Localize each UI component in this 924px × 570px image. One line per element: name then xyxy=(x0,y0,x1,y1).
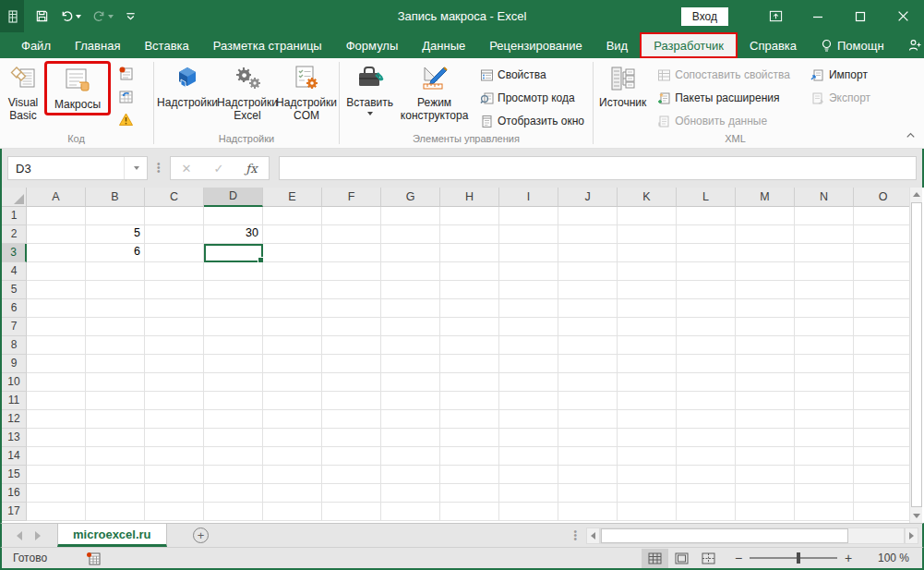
cell-A2[interactable] xyxy=(27,225,86,244)
vertical-scrollbar-thumb[interactable] xyxy=(911,202,922,507)
cell-A11[interactable] xyxy=(27,392,86,410)
cell-D13[interactable] xyxy=(204,429,263,447)
cell-J1[interactable] xyxy=(558,207,618,225)
column-header-K[interactable]: K xyxy=(618,188,677,207)
cell-E6[interactable] xyxy=(263,299,322,318)
row-header-10[interactable]: 10 xyxy=(2,373,27,392)
cell-A6[interactable] xyxy=(27,299,86,318)
cell-F14[interactable] xyxy=(322,447,381,466)
row-header-15[interactable]: 15 xyxy=(2,466,27,484)
cell-F10[interactable] xyxy=(322,373,381,392)
cell-N6[interactable] xyxy=(795,299,854,318)
cell-G9[interactable] xyxy=(381,355,440,373)
cell-K6[interactable] xyxy=(618,299,677,318)
cell-I9[interactable] xyxy=(499,355,558,373)
cell-A4[interactable] xyxy=(27,262,86,281)
name-box[interactable]: D3 xyxy=(7,156,148,180)
horizontal-scrollbar-thumb[interactable] xyxy=(601,528,848,543)
cell-M2[interactable] xyxy=(736,225,795,244)
visual-basic-button[interactable]: Visual Basic xyxy=(2,60,44,122)
cell-O8[interactable] xyxy=(854,336,913,355)
cell-D6[interactable] xyxy=(204,299,263,318)
cell-E14[interactable] xyxy=(263,447,322,466)
cell-D1[interactable] xyxy=(204,207,263,225)
cell-O10[interactable] xyxy=(854,373,913,392)
cell-J6[interactable] xyxy=(558,299,618,318)
cell-G7[interactable] xyxy=(381,318,440,336)
cell-K4[interactable] xyxy=(618,262,677,281)
cell-B10[interactable] xyxy=(86,373,145,392)
cell-H12[interactable] xyxy=(440,410,499,429)
cell-J2[interactable] xyxy=(558,225,618,244)
cell-C2[interactable] xyxy=(145,225,204,244)
formula-bar-splitter[interactable]: ••• xyxy=(157,163,161,174)
cell-I3[interactable] xyxy=(499,244,558,262)
zoom-out-icon[interactable]: − xyxy=(729,551,748,565)
collapse-ribbon-icon[interactable] xyxy=(905,129,917,144)
cell-H9[interactable] xyxy=(440,355,499,373)
zoom-slider-track[interactable] xyxy=(750,557,837,559)
cell-C1[interactable] xyxy=(145,207,204,225)
cell-I17[interactable] xyxy=(499,503,558,521)
xml-source-button[interactable]: Источник xyxy=(596,60,649,109)
cell-C15[interactable] xyxy=(145,466,204,484)
cell-C10[interactable] xyxy=(145,373,204,392)
cell-A13[interactable] xyxy=(27,429,86,447)
confirm-entry-icon[interactable]: ✓ xyxy=(213,162,223,176)
cell-I1[interactable] xyxy=(499,207,558,225)
column-header-H[interactable]: H xyxy=(440,188,499,207)
column-header-C[interactable]: C xyxy=(145,188,204,207)
cell-L10[interactable] xyxy=(677,373,736,392)
cell-B3[interactable]: 6 xyxy=(86,244,145,262)
row-header-3[interactable]: 3 xyxy=(2,244,27,262)
row-header-13[interactable]: 13 xyxy=(2,429,27,447)
cell-M8[interactable] xyxy=(736,336,795,355)
macros-button[interactable]: Макросы xyxy=(44,61,111,115)
cell-K9[interactable] xyxy=(618,355,677,373)
cell-G10[interactable] xyxy=(381,373,440,392)
row-header-12[interactable]: 12 xyxy=(2,410,27,429)
cell-K7[interactable] xyxy=(618,318,677,336)
row-header-14[interactable]: 14 xyxy=(2,447,27,466)
cell-F15[interactable] xyxy=(322,466,381,484)
cell-M10[interactable] xyxy=(736,373,795,392)
macro-security-warning-icon[interactable] xyxy=(114,108,137,130)
cell-L17[interactable] xyxy=(677,503,736,521)
cell-J14[interactable] xyxy=(558,447,618,466)
tab-разметка-страницы[interactable]: Разметка страницы xyxy=(201,32,334,58)
cell-E2[interactable] xyxy=(263,225,322,244)
cell-G14[interactable] xyxy=(381,447,440,466)
maximize-button[interactable] xyxy=(839,0,882,32)
cell-N17[interactable] xyxy=(795,503,854,521)
cell-M3[interactable] xyxy=(736,244,795,262)
cell-H8[interactable] xyxy=(440,336,499,355)
cell-G13[interactable] xyxy=(381,429,440,447)
cell-B13[interactable] xyxy=(86,429,145,447)
cell-C5[interactable] xyxy=(145,281,204,299)
refresh-data-button[interactable]: Обновить данные xyxy=(653,110,794,132)
cell-C16[interactable] xyxy=(145,484,204,503)
cell-A15[interactable] xyxy=(27,466,86,484)
zoom-slider-thumb[interactable] xyxy=(797,552,800,564)
insert-control-button[interactable]: Вставить xyxy=(342,60,397,115)
cell-L3[interactable] xyxy=(677,244,736,262)
cell-N3[interactable] xyxy=(795,244,854,262)
row-header-5[interactable]: 5 xyxy=(2,281,27,299)
cell-B11[interactable] xyxy=(86,392,145,410)
cell-O7[interactable] xyxy=(854,318,913,336)
column-header-I[interactable]: I xyxy=(499,188,558,207)
cancel-entry-icon[interactable]: ✕ xyxy=(182,162,192,176)
cell-F6[interactable] xyxy=(322,299,381,318)
addins-button[interactable]: Надстройки xyxy=(157,60,218,109)
redo-icon[interactable] xyxy=(89,7,117,25)
cell-C6[interactable] xyxy=(145,299,204,318)
cell-A5[interactable] xyxy=(27,281,86,299)
row-header-6[interactable]: 6 xyxy=(2,299,27,318)
cell-K15[interactable] xyxy=(618,466,677,484)
cell-F8[interactable] xyxy=(322,336,381,355)
cell-D3[interactable] xyxy=(204,244,263,262)
cell-C9[interactable] xyxy=(145,355,204,373)
cell-D17[interactable] xyxy=(204,503,263,521)
cell-L7[interactable] xyxy=(677,318,736,336)
cell-C13[interactable] xyxy=(145,429,204,447)
